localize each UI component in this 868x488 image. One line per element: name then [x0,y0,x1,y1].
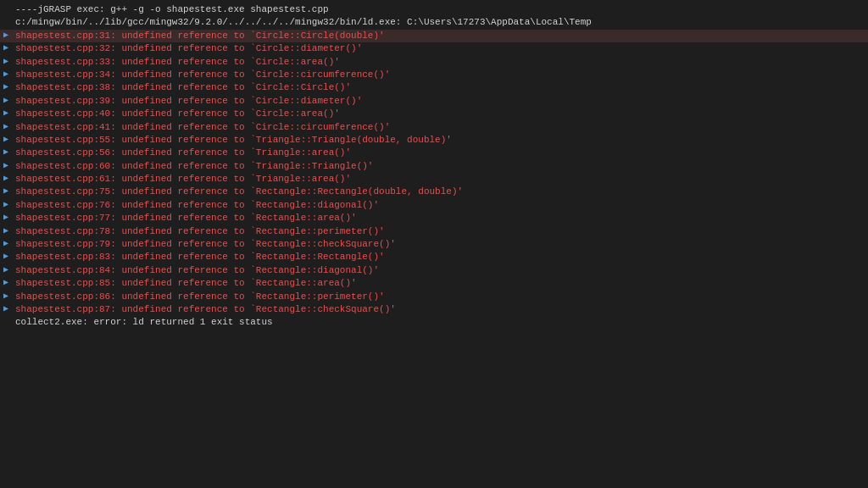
line-text: shapestest.cpp:33: undefined reference t… [15,56,865,69]
line-text: shapestest.cpp:85: undefined reference t… [15,277,865,290]
error-arrow-icon[interactable]: ▶ [3,238,12,250]
terminal-line: ▶shapestest.cpp:79: undefined reference … [0,238,868,251]
error-arrow-icon[interactable]: ▶ [3,121,12,133]
line-text: shapestest.cpp:40: undefined reference t… [15,108,865,120]
error-arrow-icon[interactable]: ▶ [3,134,12,146]
error-arrow-icon[interactable]: ▶ [3,303,12,315]
line-text: shapestest.cpp:41: undefined reference t… [15,121,865,134]
line-text: shapestest.cpp:76: undefined reference t… [15,199,865,212]
terminal-line: ▶shapestest.cpp:31: undefined reference … [0,30,868,42]
error-arrow-icon[interactable]: ▶ [3,173,12,185]
error-arrow-icon[interactable]: ▶ [3,199,12,211]
error-arrow-icon[interactable]: ▶ [3,147,12,158]
error-arrow-icon[interactable]: ▶ [3,212,12,224]
line-text: shapestest.cpp:61: undefined reference t… [15,173,865,186]
terminal-line: ----jGRASP exec: g++ -g -o shapestest.ex… [0,3,868,16]
line-text: shapestest.cpp:60: undefined reference t… [15,160,865,173]
terminal-line: ▶shapestest.cpp:78: undefined reference … [0,225,868,238]
terminal-line: ▶shapestest.cpp:83: undefined reference … [0,251,868,263]
terminal-line: ▶shapestest.cpp:76: undefined reference … [0,199,868,212]
error-arrow-icon[interactable]: ▶ [3,30,12,42]
terminal-line: ▶shapestest.cpp:60: undefined reference … [0,160,868,173]
line-text: shapestest.cpp:86: undefined reference t… [15,291,865,303]
line-text: shapestest.cpp:79: undefined reference t… [15,238,865,251]
error-arrow-icon[interactable]: ▶ [3,56,12,68]
line-text: collect2.exe: error: ld returned 1 exit … [15,316,865,329]
error-arrow-icon[interactable]: ▶ [3,225,12,237]
error-arrow-icon[interactable]: ▶ [3,69,12,80]
terminal-line: ▶shapestest.cpp:61: undefined reference … [0,173,868,186]
error-arrow-icon[interactable]: ▶ [3,264,12,276]
terminal-output: ----jGRASP exec: g++ -g -o shapestest.ex… [0,0,868,488]
line-text: shapestest.cpp:38: undefined reference t… [15,81,865,94]
terminal-line: ▶shapestest.cpp:85: undefined reference … [0,277,868,290]
terminal-line: ▶shapestest.cpp:84: undefined reference … [0,264,868,277]
terminal-line: ▶shapestest.cpp:87: undefined reference … [0,303,868,316]
line-text: shapestest.cpp:77: undefined reference t… [15,212,865,225]
line-text: shapestest.cpp:87: undefined reference t… [15,303,865,316]
line-text: shapestest.cpp:34: undefined reference t… [15,69,865,81]
terminal-line: ▶shapestest.cpp:75: undefined reference … [0,186,868,198]
line-text: shapestest.cpp:56: undefined reference t… [15,147,865,159]
error-arrow-icon[interactable]: ▶ [3,160,12,172]
line-text: shapestest.cpp:83: undefined reference t… [15,251,865,263]
terminal-line: collect2.exe: error: ld returned 1 exit … [0,316,868,329]
error-arrow-icon[interactable]: ▶ [3,251,12,263]
terminal-line: ▶shapestest.cpp:41: undefined reference … [0,121,868,134]
line-text: ----jGRASP exec: g++ -g -o shapestest.ex… [15,3,865,16]
line-text: shapestest.cpp:84: undefined reference t… [15,264,865,277]
error-arrow-icon[interactable]: ▶ [3,81,12,93]
line-text: shapestest.cpp:78: undefined reference t… [15,225,865,238]
error-arrow-icon[interactable]: ▶ [3,108,12,119]
line-text: shapestest.cpp:55: undefined reference t… [15,134,865,147]
terminal-line: ▶shapestest.cpp:77: undefined reference … [0,212,868,225]
terminal-line: ▶shapestest.cpp:56: undefined reference … [0,147,868,159]
terminal-line: ▶shapestest.cpp:55: undefined reference … [0,134,868,147]
line-text: shapestest.cpp:32: undefined reference t… [15,42,865,55]
terminal-line: ▶shapestest.cpp:40: undefined reference … [0,108,868,120]
line-text: shapestest.cpp:75: undefined reference t… [15,186,865,198]
error-arrow-icon[interactable]: ▶ [3,95,12,107]
error-arrow-icon[interactable]: ▶ [3,186,12,197]
terminal-line: ▶shapestest.cpp:86: undefined reference … [0,291,868,303]
error-arrow-icon[interactable]: ▶ [3,291,12,302]
terminal-line: ▶shapestest.cpp:39: undefined reference … [0,95,868,108]
terminal-line: c:/mingw/bin/../lib/gcc/mingw32/9.2.0/..… [0,16,868,29]
terminal-line: ▶shapestest.cpp:32: undefined reference … [0,42,868,55]
terminal-line: ▶shapestest.cpp:38: undefined reference … [0,81,868,94]
error-arrow-icon[interactable]: ▶ [3,277,12,289]
line-text: c:/mingw/bin/../lib/gcc/mingw32/9.2.0/..… [15,16,865,29]
line-text: shapestest.cpp:39: undefined reference t… [15,95,865,108]
terminal-line: ▶shapestest.cpp:33: undefined reference … [0,56,868,69]
terminal-line: ▶shapestest.cpp:34: undefined reference … [0,69,868,81]
line-text: shapestest.cpp:31: undefined reference t… [15,30,865,42]
error-arrow-icon[interactable]: ▶ [3,42,12,54]
